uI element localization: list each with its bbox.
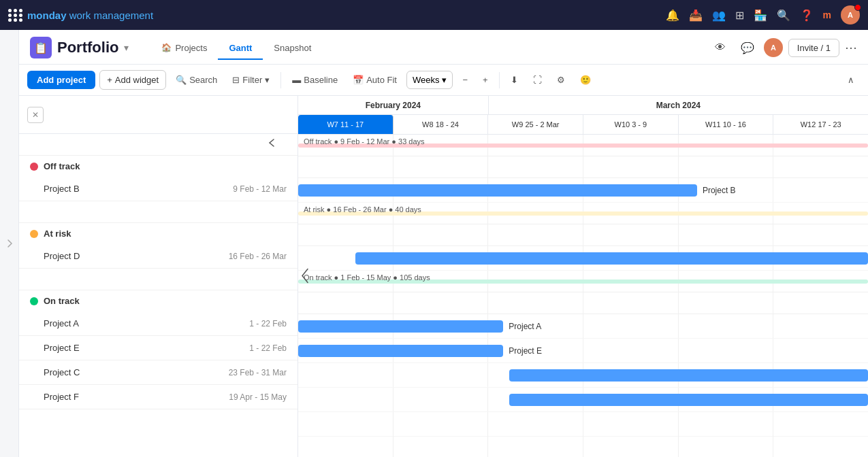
project-row-d: Project D 16 Feb - 26 Mar — [19, 244, 298, 269]
week-w11: W11 10 - 16 — [679, 115, 774, 134]
at-risk-summary-row — [19, 201, 298, 223]
nav-icons: 🔔 📥 👥 ⊞ 🏪 🔍 ❓ m A — [666, 5, 860, 24]
calendar-icon: 📅 — [353, 75, 364, 85]
auto-fit-button[interactable]: 📅 Auto Fit — [347, 72, 402, 88]
tab-bar: 🏠 Projects Gantt Snapshot — [150, 37, 322, 58]
month-row: February 2024 March 2024 — [298, 96, 868, 115]
project-a-label: Project A — [509, 322, 541, 331]
toolbar: Add project + Add widget 🔍 Search ⊟ Filt… — [19, 65, 868, 96]
project-a-bar-row: Project A — [298, 314, 868, 339]
off-track-summary-bar-row: Off track ● 9 Feb - 12 Mar ● 33 days — [298, 135, 868, 156]
user-avatar[interactable]: A — [764, 38, 783, 57]
week-w7: W7 11 - 17 — [298, 115, 393, 134]
project-c-bar[interactable] — [509, 369, 868, 382]
off-track-summary-row — [19, 134, 298, 156]
avatar[interactable]: A — [841, 5, 860, 24]
tab-gantt[interactable]: Gantt — [218, 37, 263, 60]
avatar-badge — [854, 4, 861, 11]
on-track-dot — [30, 297, 38, 305]
marketplace-icon[interactable]: 🏪 — [754, 9, 767, 22]
brand-name: monday work management — [27, 10, 153, 21]
apps-icon[interactable]: ⊞ — [735, 9, 744, 22]
watch-icon-btn[interactable]: 👁 — [709, 37, 731, 58]
settings-button[interactable]: ⚙ — [551, 72, 570, 88]
left-panel: ✕ Off track Project B — [19, 96, 298, 457]
search-icon: 🔍 — [176, 75, 187, 85]
project-row-f: Project F 19 Apr - 15 May — [19, 385, 298, 409]
tab-snapshot[interactable]: Snapshot — [263, 37, 322, 60]
filter-dropdown-icon: ▾ — [265, 75, 270, 85]
weeks-selector[interactable]: Weeks ▾ — [406, 71, 453, 89]
project-e-bar-row: Project E — [298, 339, 868, 363]
search-icon[interactable]: 🔍 — [777, 9, 790, 22]
on-track-summary-row — [19, 269, 298, 290]
baseline-icon: ▬ — [292, 75, 301, 85]
baseline-button[interactable]: ▬ Baseline — [287, 72, 343, 88]
grid-icon — [8, 9, 23, 22]
zoom-out-button[interactable]: − — [457, 72, 473, 88]
gantt-area: ✕ Off track Project B — [19, 96, 868, 457]
nav-back-arrow[interactable] — [266, 136, 279, 152]
project-e-bar[interactable]: Project E — [298, 345, 503, 357]
off-track-summary-label: Off track ● 9 Feb - 12 Mar ● 33 days — [304, 137, 425, 146]
add-widget-button[interactable]: + Add widget — [99, 70, 166, 90]
collapse-button[interactable]: ∧ — [842, 72, 860, 88]
week-w9: W9 25 - 2 Mar — [488, 115, 583, 134]
project-d-bar[interactable] — [355, 252, 868, 265]
left-panel-header: ✕ — [19, 96, 298, 134]
project-c-bar-row — [298, 363, 868, 388]
divider-1 — [280, 72, 281, 88]
sidebar-toggle[interactable] — [0, 30, 19, 457]
plus-icon: + — [107, 75, 112, 85]
at-risk-header-row — [298, 224, 868, 246]
header-actions: 👁 💬 A Invite / 1 ⋯ — [709, 37, 857, 64]
title-dropdown-icon[interactable]: ▾ — [124, 42, 129, 53]
filter-icon: ⊟ — [232, 75, 240, 85]
right-panel: February 2024 March 2024 W7 11 - 17 W8 1… — [298, 96, 868, 457]
on-track-summary-label: On track ● 1 Feb - 15 May ● 105 days — [304, 273, 430, 282]
close-columns-button[interactable]: ✕ — [27, 107, 44, 123]
bell-icon[interactable]: 🔔 — [666, 9, 679, 22]
users-icon[interactable]: 👥 — [712, 9, 726, 22]
chart-nav-prev[interactable] — [300, 262, 313, 291]
week-w12: W12 17 - 23 — [773, 115, 868, 134]
project-f-bar[interactable] — [509, 394, 868, 406]
week-w10: W10 3 - 9 — [583, 115, 679, 134]
app-logo: monday work management — [8, 9, 660, 22]
project-b-bar[interactable]: Project B — [298, 184, 697, 197]
month-feb: February 2024 — [298, 96, 489, 114]
comment-icon-btn[interactable]: 💬 — [737, 37, 758, 58]
monday-logo-icon: m — [823, 10, 831, 20]
inbox-icon[interactable]: 📥 — [689, 9, 703, 22]
page-title: Portfolio — [57, 39, 118, 56]
help-icon[interactable]: ❓ — [800, 9, 814, 22]
project-b-bar-row: Project B — [298, 178, 868, 203]
week-w8: W8 18 - 24 — [393, 115, 489, 134]
group-on-track: On track Project A 1 - 22 Feb Project E … — [19, 269, 298, 409]
chart-body: Off track ● 9 Feb - 12 Mar ● 33 days Pro… — [298, 135, 868, 457]
top-navigation: monday work management 🔔 📥 👥 ⊞ 🏪 🔍 ❓ m A — [0, 0, 868, 30]
status-header-on-track: On track — [19, 290, 298, 311]
status-header-off-track: Off track — [19, 156, 298, 177]
off-track-header-row — [298, 156, 868, 178]
emoji-button[interactable]: 🙂 — [575, 72, 596, 88]
project-e-label: Project E — [509, 346, 542, 356]
main-content: 📋 Portfolio ▾ 🏠 Projects Gantt Snapshot — [19, 30, 868, 457]
week-row: W7 11 - 17 W8 18 - 24 W9 25 - 2 Mar W10 … — [298, 115, 868, 134]
tab-projects[interactable]: 🏠 Projects — [150, 37, 218, 60]
status-header-at-risk: At risk — [19, 223, 298, 244]
chevron-right-icon — [4, 238, 15, 249]
month-mar: March 2024 — [489, 96, 868, 114]
zoom-in-button[interactable]: + — [477, 72, 494, 88]
invite-button[interactable]: Invite / 1 — [788, 39, 839, 57]
more-options-button[interactable]: ⋯ — [845, 40, 857, 55]
filter-button[interactable]: ⊟ Filter ▾ — [227, 72, 275, 88]
add-project-button[interactable]: Add project — [27, 71, 95, 89]
fullscreen-button[interactable]: ⛶ — [528, 72, 547, 88]
group-off-track: Off track Project B 9 Feb - 12 Mar — [19, 134, 298, 201]
project-row-a: Project A 1 - 22 Feb — [19, 311, 298, 336]
project-a-bar[interactable]: Project A — [298, 320, 503, 333]
download-button[interactable]: ⬇ — [505, 72, 524, 88]
on-track-header-row — [298, 292, 868, 314]
search-button[interactable]: 🔍 Search — [170, 72, 223, 88]
